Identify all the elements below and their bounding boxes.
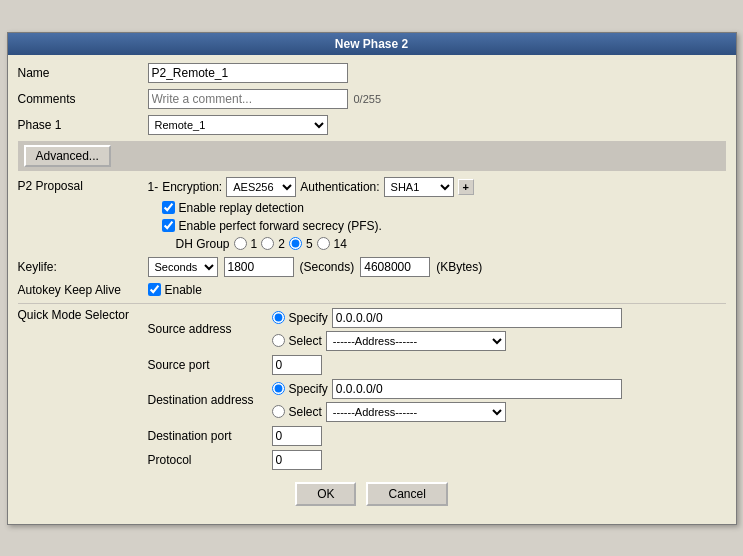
keylife-kbytes-label: (KBytes): [436, 260, 482, 274]
source-port-label: Source port: [148, 358, 268, 372]
dest-addr-label: Destination address: [148, 393, 268, 407]
dh-radio-5[interactable]: [289, 237, 302, 250]
phase1-row: Phase 1 Remote_1: [18, 115, 726, 135]
dh-14-label: 14: [334, 237, 347, 251]
dest-port-input[interactable]: [272, 426, 322, 446]
qms-label: Quick Mode Selector: [18, 308, 148, 470]
name-label: Name: [18, 66, 148, 80]
add-proposal-button[interactable]: +: [458, 179, 474, 195]
phase1-label: Phase 1: [18, 118, 148, 132]
comments-input[interactable]: [148, 89, 348, 109]
autokey-checkbox[interactable]: [148, 283, 161, 296]
replay-label: Enable replay detection: [179, 201, 304, 215]
autokey-row: Autokey Keep Alive Enable: [18, 283, 726, 297]
dest-select-radio[interactable]: [272, 405, 285, 418]
encryption-label: Encryption:: [162, 180, 222, 194]
name-input[interactable]: [148, 63, 348, 83]
keylife-unit-select[interactable]: Seconds Minutes Hours: [148, 257, 218, 277]
dest-select-label: Select: [289, 405, 322, 419]
dest-select-row: Select ------Address------: [272, 402, 622, 422]
keylife-value-input[interactable]: [224, 257, 294, 277]
dh-radio-2[interactable]: [261, 237, 274, 250]
proposal-num: 1-: [148, 180, 159, 194]
dh-5-label: 5: [306, 237, 313, 251]
dialog-title: New Phase 2: [335, 37, 408, 51]
source-addr-radio-group: Specify Select ------Address------: [272, 308, 622, 351]
protocol-label: Protocol: [148, 453, 268, 467]
qms-section: Quick Mode Selector Source address Speci…: [18, 308, 726, 470]
ok-button[interactable]: OK: [295, 482, 356, 506]
title-bar: New Phase 2: [8, 33, 736, 55]
source-select-radio[interactable]: [272, 334, 285, 347]
autokey-label: Autokey Keep Alive: [18, 283, 148, 297]
p2proposal-content: 1- Encryption: AES256 AES128 3DES Authen…: [148, 177, 475, 251]
source-port-row: Source port: [148, 355, 726, 375]
authentication-select[interactable]: SHA1 MD5 SHA256: [384, 177, 454, 197]
dest-specify-radio[interactable]: [272, 382, 285, 395]
protocol-row: Protocol: [148, 450, 726, 470]
dh-1-label: 1: [251, 237, 258, 251]
source-select-row: Select ------Address------: [272, 331, 622, 351]
source-select-label: Select: [289, 334, 322, 348]
qms-content: Source address Specify Select ------Addr…: [148, 308, 726, 470]
comments-count: 0/255: [354, 93, 382, 105]
source-addr-label: Source address: [148, 322, 268, 336]
pfs-label: Enable perfect forward secrecy (PFS).: [179, 219, 382, 233]
source-specify-row: Specify: [272, 308, 622, 328]
autokey-enable-label: Enable: [165, 283, 202, 297]
dest-addr-radio-group: Specify Select ------Address------: [272, 379, 622, 422]
advanced-button[interactable]: Advanced...: [24, 145, 111, 167]
keylife-label: Keylife:: [18, 260, 148, 274]
proposal-enc-row: 1- Encryption: AES256 AES128 3DES Authen…: [148, 177, 475, 197]
footer: OK Cancel: [18, 474, 726, 516]
cancel-button[interactable]: Cancel: [366, 482, 447, 506]
dest-specify-row: Specify: [272, 379, 622, 399]
keylife-kbytes-input[interactable]: [360, 257, 430, 277]
keylife-row: Keylife: Seconds Minutes Hours (Seconds)…: [18, 257, 726, 277]
dest-addr-select[interactable]: ------Address------: [326, 402, 506, 422]
dh-row: DH Group 1 2 5 14: [176, 237, 475, 251]
source-addr-input[interactable]: [332, 308, 622, 328]
dest-specify-label: Specify: [289, 382, 328, 396]
source-addr-select[interactable]: ------Address------: [326, 331, 506, 351]
comments-label: Comments: [18, 92, 148, 106]
dest-port-row: Destination port: [148, 426, 726, 446]
encryption-select[interactable]: AES256 AES128 3DES: [226, 177, 296, 197]
authentication-label: Authentication:: [300, 180, 379, 194]
source-port-input[interactable]: [272, 355, 322, 375]
keylife-unit2-label: (Seconds): [300, 260, 355, 274]
name-row: Name: [18, 63, 726, 83]
dh-radio-14[interactable]: [317, 237, 330, 250]
advanced-row: Advanced...: [18, 141, 726, 171]
dh-label: DH Group: [176, 237, 230, 251]
source-specify-radio[interactable]: [272, 311, 285, 324]
pfs-row: Enable perfect forward secrecy (PFS).: [162, 219, 475, 233]
dest-port-label: Destination port: [148, 429, 268, 443]
keylife-content: Seconds Minutes Hours (Seconds) (KBytes): [148, 257, 483, 277]
source-specify-label: Specify: [289, 311, 328, 325]
protocol-input[interactable]: [272, 450, 322, 470]
p2proposal-label: P2 Proposal: [18, 177, 148, 193]
source-addr-row: Source address Specify Select ------Addr…: [148, 308, 726, 351]
dest-addr-row: Destination address Specify Select -----…: [148, 379, 726, 422]
dialog: New Phase 2 Name Comments 0/255 Phase 1 …: [7, 32, 737, 525]
dest-addr-input[interactable]: [332, 379, 622, 399]
phase1-select[interactable]: Remote_1: [148, 115, 328, 135]
p2proposal-row: P2 Proposal 1- Encryption: AES256 AES128…: [18, 177, 726, 251]
dh-radio-1[interactable]: [234, 237, 247, 250]
replay-row: Enable replay detection: [162, 201, 475, 215]
autokey-content: Enable: [148, 283, 202, 297]
comments-row: Comments 0/255: [18, 89, 726, 109]
separator: [18, 303, 726, 304]
replay-checkbox[interactable]: [162, 201, 175, 214]
dh-2-label: 2: [278, 237, 285, 251]
pfs-checkbox[interactable]: [162, 219, 175, 232]
